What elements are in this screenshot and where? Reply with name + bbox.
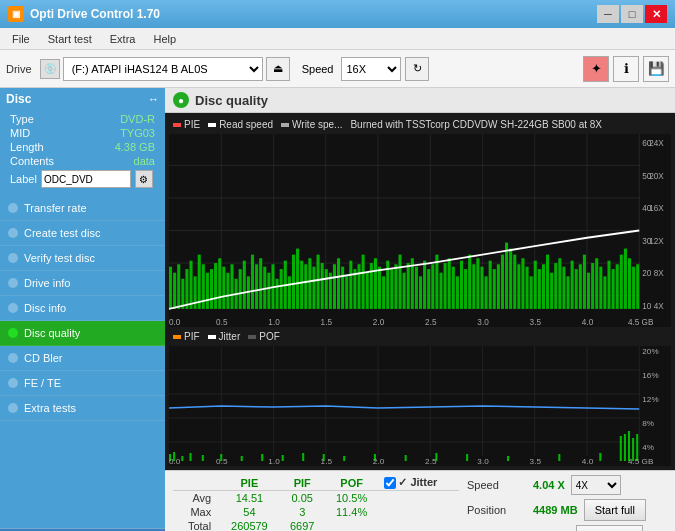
nav-cd-bler[interactable]: CD Bler bbox=[0, 346, 165, 371]
start-part-button[interactable]: Start part bbox=[576, 525, 643, 531]
svg-rect-91 bbox=[431, 264, 434, 309]
svg-rect-201 bbox=[624, 434, 626, 461]
chart-top-legend: PIE Read speed Write spe... Burned with … bbox=[169, 117, 671, 132]
label-input[interactable] bbox=[41, 170, 131, 188]
position-row: Position 4489 MB Start full bbox=[467, 499, 646, 521]
svg-rect-123 bbox=[562, 267, 565, 309]
title-bar-left: ▣ Opti Drive Control 1.70 bbox=[8, 6, 160, 22]
max-label: Max bbox=[173, 505, 219, 519]
erase-button[interactable]: ✦ bbox=[583, 56, 609, 82]
svg-text:16%: 16% bbox=[642, 371, 658, 380]
nav-disc-quality[interactable]: Disc quality bbox=[0, 321, 165, 346]
svg-rect-87 bbox=[415, 267, 418, 309]
svg-rect-59 bbox=[300, 261, 303, 309]
svg-rect-57 bbox=[292, 255, 295, 309]
svg-rect-188 bbox=[261, 454, 263, 461]
svg-rect-45 bbox=[243, 261, 246, 309]
svg-rect-115 bbox=[530, 276, 533, 309]
speed-right-select[interactable]: 4X bbox=[571, 475, 621, 495]
jitter-checkbox[interactable] bbox=[384, 477, 396, 489]
title-bar-controls: ─ □ ✕ bbox=[597, 5, 667, 23]
nav-extra-tests[interactable]: Extra tests bbox=[0, 396, 165, 421]
svg-rect-101 bbox=[472, 264, 475, 309]
svg-rect-134 bbox=[607, 261, 610, 309]
svg-text:1.5: 1.5 bbox=[321, 457, 333, 466]
speed-select[interactable]: 16X bbox=[341, 57, 401, 81]
svg-rect-77 bbox=[374, 258, 377, 309]
nav-dot-drive-info bbox=[8, 278, 18, 288]
nav-label-create: Create test disc bbox=[24, 227, 100, 239]
svg-text:4.0: 4.0 bbox=[582, 457, 594, 466]
legend-jitter: Jitter bbox=[208, 331, 241, 342]
legend-write-speed: Write spe... bbox=[281, 119, 342, 130]
stats-table: PIE PIF POF ✓ Jitter bbox=[173, 475, 459, 531]
svg-rect-194 bbox=[405, 455, 407, 461]
svg-rect-82 bbox=[394, 264, 397, 309]
svg-rect-138 bbox=[624, 249, 627, 309]
disc-arrow[interactable]: ↔ bbox=[148, 93, 159, 105]
max-pie: 54 bbox=[219, 505, 279, 519]
avg-label: Avg bbox=[173, 491, 219, 506]
length-label: Length bbox=[10, 141, 44, 153]
nav-create-test-disc[interactable]: Create test disc bbox=[0, 221, 165, 246]
svg-rect-135 bbox=[612, 269, 615, 309]
close-button[interactable]: ✕ bbox=[645, 5, 667, 23]
nav-verify-test-disc[interactable]: Verify test disc bbox=[0, 246, 165, 271]
nav-label-disc-info: Disc info bbox=[24, 302, 66, 314]
menu-help[interactable]: Help bbox=[145, 31, 184, 47]
refresh-button[interactable]: ↻ bbox=[405, 57, 429, 81]
nav-disc-info[interactable]: Disc info bbox=[0, 296, 165, 321]
menu-start-test[interactable]: Start test bbox=[40, 31, 100, 47]
svg-rect-88 bbox=[419, 276, 422, 309]
legend-pif-dot bbox=[173, 335, 181, 339]
menu-extra[interactable]: Extra bbox=[102, 31, 144, 47]
svg-rect-56 bbox=[288, 276, 291, 309]
svg-text:0.0: 0.0 bbox=[169, 316, 180, 327]
nav-drive-info[interactable]: Drive info bbox=[0, 271, 165, 296]
label-gear-button[interactable]: ⚙ bbox=[135, 170, 153, 188]
drive-icon: 💿 bbox=[40, 59, 60, 79]
svg-rect-53 bbox=[276, 279, 279, 309]
app-icon: ▣ bbox=[8, 6, 24, 22]
start-full-button[interactable]: Start full bbox=[584, 499, 646, 521]
nav-fe-te[interactable]: FE / TE bbox=[0, 371, 165, 396]
col-jitter: ✓ Jitter bbox=[378, 475, 459, 491]
info-button[interactable]: ℹ bbox=[613, 56, 639, 82]
menu-file[interactable]: File bbox=[4, 31, 38, 47]
drive-select[interactable]: (F:) ATAPI iHAS124 B AL0S bbox=[63, 57, 263, 81]
svg-rect-27 bbox=[169, 267, 172, 309]
bottom-chart-container: 20% 16% 12% 8% 4% 10 9 8 7 6 5 4 3 2 1 bbox=[169, 346, 671, 466]
total-pif: 6697 bbox=[280, 519, 325, 531]
maximize-button[interactable]: □ bbox=[621, 5, 643, 23]
svg-rect-58 bbox=[296, 249, 299, 309]
svg-rect-94 bbox=[444, 263, 447, 309]
svg-text:3.0: 3.0 bbox=[477, 316, 488, 327]
svg-rect-199 bbox=[599, 453, 601, 461]
svg-text:16X: 16X bbox=[649, 203, 664, 214]
col-pof: POF bbox=[325, 475, 379, 491]
legend-pie: PIE bbox=[173, 119, 200, 130]
svg-text:8%: 8% bbox=[642, 419, 654, 428]
eject-button[interactable]: ⏏ bbox=[266, 57, 290, 81]
svg-rect-99 bbox=[464, 269, 467, 309]
svg-text:0.5: 0.5 bbox=[216, 316, 227, 327]
nav-transfer-rate[interactable]: Transfer rate bbox=[0, 196, 165, 221]
mid-value: TYG03 bbox=[120, 127, 155, 139]
window-title: Opti Drive Control 1.70 bbox=[30, 7, 160, 21]
svg-rect-119 bbox=[546, 255, 549, 309]
svg-rect-107 bbox=[497, 264, 500, 309]
svg-text:12X: 12X bbox=[649, 235, 664, 246]
total-label: Total bbox=[173, 519, 219, 531]
svg-rect-96 bbox=[452, 267, 455, 309]
svg-rect-185 bbox=[202, 455, 204, 461]
svg-rect-75 bbox=[366, 273, 369, 309]
svg-rect-49 bbox=[259, 258, 262, 309]
svg-rect-141 bbox=[636, 264, 639, 309]
svg-text:20X: 20X bbox=[649, 170, 664, 181]
contents-value: data bbox=[134, 155, 155, 167]
svg-text:4.5 GB: 4.5 GB bbox=[628, 316, 654, 327]
save-button[interactable]: 💾 bbox=[643, 56, 669, 82]
svg-rect-121 bbox=[554, 263, 557, 309]
minimize-button[interactable]: ─ bbox=[597, 5, 619, 23]
svg-rect-29 bbox=[177, 264, 180, 309]
